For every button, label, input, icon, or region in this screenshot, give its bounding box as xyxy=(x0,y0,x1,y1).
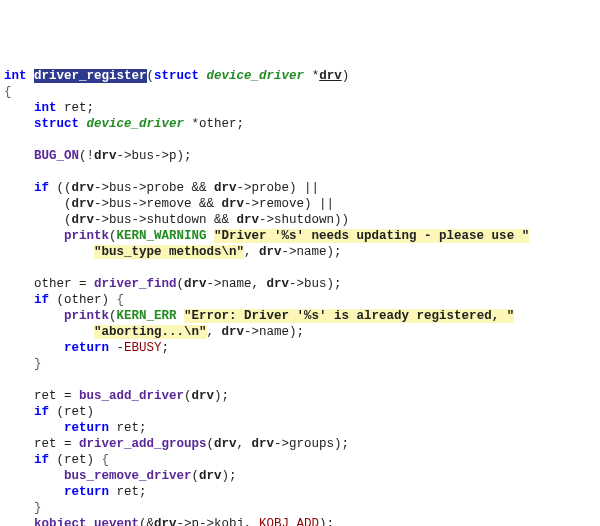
brace: { xyxy=(4,85,12,99)
call: bus_add_driver xyxy=(79,389,184,403)
code-line: return -EBUSY; xyxy=(4,340,596,356)
code-line: if (ret) xyxy=(4,404,596,420)
code-line: "bus_type methods\n", drv->name); xyxy=(4,244,596,260)
code-line xyxy=(4,164,596,180)
code-line: struct device_driver *other; xyxy=(4,116,596,132)
code-line: if ((drv->bus->probe && drv->probe) || xyxy=(4,180,596,196)
code-line: int driver_register(struct device_driver… xyxy=(4,68,596,84)
type: device_driver xyxy=(207,69,305,83)
keyword-int: int xyxy=(4,69,27,83)
code-line: return ret; xyxy=(4,420,596,436)
call: driver_add_groups xyxy=(79,437,207,451)
function-name: driver_register xyxy=(34,69,147,83)
param: drv xyxy=(319,69,342,83)
code-line: int ret; xyxy=(4,100,596,116)
code-line: printk(KERN_ERR "Error: Driver '%s' is a… xyxy=(4,308,596,324)
brace: { xyxy=(117,293,125,307)
code-line: if (other) { xyxy=(4,292,596,308)
brace: { xyxy=(102,453,110,467)
code-line: } xyxy=(4,356,596,372)
brace: } xyxy=(34,357,42,371)
call: printk xyxy=(64,229,109,243)
code-line: (drv->bus->remove && drv->remove) || xyxy=(4,196,596,212)
keyword-struct: struct xyxy=(154,69,199,83)
code-line: { xyxy=(4,84,596,100)
string: "bus_type methods\n" xyxy=(94,245,244,259)
code-line: if (ret) { xyxy=(4,452,596,468)
code-line: } xyxy=(4,500,596,516)
code-line: ret = driver_add_groups(drv, drv->groups… xyxy=(4,436,596,452)
code-line: ret = bus_add_driver(drv); xyxy=(4,388,596,404)
code-line xyxy=(4,260,596,276)
code-line: printk(KERN_WARNING "Driver '%s' needs u… xyxy=(4,228,596,244)
code-line: other = driver_find(drv->name, drv->bus)… xyxy=(4,276,596,292)
call: printk xyxy=(64,309,109,323)
call: driver_find xyxy=(94,277,177,291)
string: "aborting...\n" xyxy=(94,325,207,339)
call: bus_remove_driver xyxy=(64,469,192,483)
code-line: bus_remove_driver(drv); xyxy=(4,468,596,484)
code-line: "aborting...\n", drv->name); xyxy=(4,324,596,340)
string: "Error: Driver '%s' is already registere… xyxy=(184,309,514,323)
call: kobject_uevent xyxy=(34,517,139,526)
brace: } xyxy=(34,501,42,515)
code-line xyxy=(4,372,596,388)
code-line xyxy=(4,132,596,148)
code-viewer: int driver_register(struct device_driver… xyxy=(4,68,596,526)
code-line: (drv->bus->shutdown && drv->shutdown)) xyxy=(4,212,596,228)
code-line: return ret; xyxy=(4,484,596,500)
code-line: BUG_ON(!drv->bus->p); xyxy=(4,148,596,164)
string: "Driver '%s' needs updating - please use… xyxy=(214,229,529,243)
code-line: kobject_uevent(&drv->p->kobj, KOBJ_ADD); xyxy=(4,516,596,526)
call: BUG_ON xyxy=(34,149,79,163)
